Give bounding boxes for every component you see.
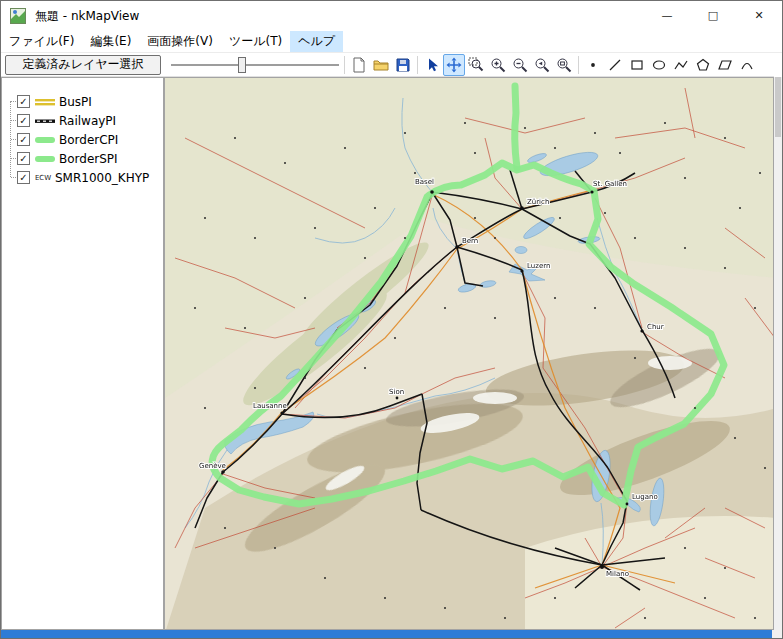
city-label: Lugano bbox=[632, 493, 658, 501]
menu-bar: ファイル(F) 編集(E) 画面操作(V) ツール(T) ヘルプ bbox=[1, 31, 782, 53]
city-label: Basel bbox=[415, 178, 434, 186]
green-border-legend-icon bbox=[33, 133, 57, 146]
arc-tool-icon bbox=[739, 57, 755, 73]
layer-checkbox[interactable]: ✓ bbox=[17, 95, 30, 108]
layer-label: BorderSPI bbox=[59, 152, 118, 166]
city-label: Chur bbox=[647, 323, 664, 331]
toolbar-separator bbox=[417, 56, 418, 74]
open-file-button[interactable] bbox=[370, 54, 392, 76]
horizontal-scrollbar-thumb[interactable] bbox=[1, 630, 772, 638]
scrollbar-corner bbox=[774, 630, 782, 638]
layer-row-borderspi[interactable]: ✓ BorderSPI bbox=[2, 149, 163, 168]
tree-stub bbox=[11, 120, 16, 121]
layer-label: BusPI bbox=[59, 95, 92, 109]
parallelogram-tool-icon bbox=[717, 57, 733, 73]
zoom-in-icon bbox=[490, 57, 506, 73]
city-label: Luzern bbox=[527, 262, 550, 270]
vertical-scrollbar-thumb[interactable] bbox=[775, 77, 781, 137]
city-label: Zürich bbox=[527, 198, 549, 206]
layer-row-railwaypi[interactable]: ✓ RailwayPI bbox=[2, 111, 163, 130]
window-title: 無題 - nkMapView bbox=[35, 8, 139, 25]
city-label: Lausanne bbox=[253, 402, 287, 410]
rectangle-tool-icon bbox=[629, 57, 645, 73]
app-window: 無題 - nkMapView — □ ✕ ファイル(F) 編集(E) 画面操作(… bbox=[0, 0, 783, 639]
toolbar: 定義済みレイヤー選択 bbox=[1, 54, 774, 77]
polygon-tool-icon bbox=[695, 57, 711, 73]
map-canvas: Basel Zürich St. Gallen Bern Luzern Chur… bbox=[165, 78, 774, 630]
pan-tool-button[interactable] bbox=[443, 54, 465, 76]
menu-help[interactable]: ヘルプ bbox=[290, 31, 343, 52]
app-icon bbox=[10, 8, 26, 24]
window-controls: — □ ✕ bbox=[644, 1, 782, 31]
new-file-icon bbox=[351, 57, 367, 73]
pan-tool-icon bbox=[446, 57, 462, 73]
zoom-extent-icon bbox=[556, 57, 572, 73]
line-tool-button[interactable] bbox=[604, 54, 626, 76]
layer-list: ✓ BusPI ✓ RailwayPI ✓ Bor bbox=[2, 78, 163, 187]
toolbar-separator bbox=[344, 56, 345, 74]
layer-checkbox[interactable]: ✓ bbox=[17, 152, 30, 165]
layer-checkbox[interactable]: ✓ bbox=[17, 114, 30, 127]
layer-label: BorderCPI bbox=[59, 133, 118, 147]
tree-stub bbox=[11, 158, 16, 159]
terrain-layer bbox=[165, 78, 774, 630]
title-bar[interactable]: 無題 - nkMapView — □ ✕ bbox=[1, 1, 782, 31]
bus-line-legend-icon bbox=[33, 95, 57, 108]
zoom-extent-button[interactable] bbox=[553, 54, 575, 76]
zoom-slider[interactable] bbox=[169, 55, 341, 75]
tree-stub bbox=[11, 139, 16, 140]
point-tool-icon bbox=[585, 57, 601, 73]
layer-row-bordercpi[interactable]: ✓ BorderCPI bbox=[2, 130, 163, 149]
layer-row-smr1000[interactable]: ✓ ECW SMR1000_KHYP bbox=[2, 168, 163, 187]
parallelogram-tool-button[interactable] bbox=[714, 54, 736, 76]
zoom-in-button[interactable] bbox=[487, 54, 509, 76]
zoom-out-button[interactable] bbox=[509, 54, 531, 76]
minimize-button[interactable]: — bbox=[644, 1, 690, 31]
new-file-button[interactable] bbox=[348, 54, 370, 76]
layer-panel: ✓ BusPI ✓ RailwayPI ✓ Bor bbox=[1, 77, 164, 630]
line-tool-icon bbox=[607, 57, 623, 73]
zoom-drag-button[interactable] bbox=[465, 54, 487, 76]
ecw-format-tag: ECW bbox=[33, 174, 53, 182]
zoom-previous-button[interactable] bbox=[531, 54, 553, 76]
green-border-legend-icon bbox=[33, 152, 57, 165]
layer-label: SMR1000_KHYP bbox=[55, 171, 149, 185]
layer-checkbox[interactable]: ✓ bbox=[17, 133, 30, 146]
polyline-tool-button[interactable] bbox=[670, 54, 692, 76]
ellipse-tool-icon bbox=[651, 57, 667, 73]
menu-tools[interactable]: ツール(T) bbox=[221, 31, 290, 52]
polygon-tool-button[interactable] bbox=[692, 54, 714, 76]
city-label: St. Gallen bbox=[593, 180, 627, 188]
slider-thumb[interactable] bbox=[238, 57, 246, 73]
map-viewport[interactable]: Basel Zürich St. Gallen Bern Luzern Chur… bbox=[164, 77, 774, 630]
point-tool-button[interactable] bbox=[582, 54, 604, 76]
city-label: Milano bbox=[606, 570, 629, 578]
vertical-scrollbar[interactable] bbox=[774, 77, 782, 630]
horizontal-scrollbar[interactable] bbox=[1, 630, 774, 638]
save-button[interactable] bbox=[392, 54, 414, 76]
arc-tool-button[interactable] bbox=[736, 54, 758, 76]
railway-line-legend-icon bbox=[33, 114, 57, 127]
menu-view[interactable]: 画面操作(V) bbox=[139, 31, 221, 52]
tree-stub bbox=[11, 177, 16, 178]
select-arrow-icon bbox=[424, 57, 440, 73]
tree-stub bbox=[11, 101, 16, 102]
ellipse-tool-button[interactable] bbox=[648, 54, 670, 76]
rectangle-tool-button[interactable] bbox=[626, 54, 648, 76]
predefined-layer-select-button[interactable]: 定義済みレイヤー選択 bbox=[5, 55, 161, 75]
layer-row-buspi[interactable]: ✓ BusPI bbox=[2, 92, 163, 111]
city-label: Genève bbox=[199, 462, 226, 470]
zoom-drag-icon bbox=[468, 57, 484, 73]
polyline-tool-icon bbox=[673, 57, 689, 73]
close-button[interactable]: ✕ bbox=[736, 1, 782, 31]
select-tool-button[interactable] bbox=[421, 54, 443, 76]
menu-edit[interactable]: 編集(E) bbox=[82, 31, 139, 52]
menu-file[interactable]: ファイル(F) bbox=[1, 31, 82, 52]
maximize-button[interactable]: □ bbox=[690, 1, 736, 31]
layer-checkbox[interactable]: ✓ bbox=[17, 171, 30, 184]
zoom-previous-icon bbox=[534, 57, 550, 73]
save-icon bbox=[395, 57, 411, 73]
city-label: Sion bbox=[389, 388, 404, 396]
slider-track bbox=[171, 64, 339, 66]
layer-label: RailwayPI bbox=[59, 114, 116, 128]
